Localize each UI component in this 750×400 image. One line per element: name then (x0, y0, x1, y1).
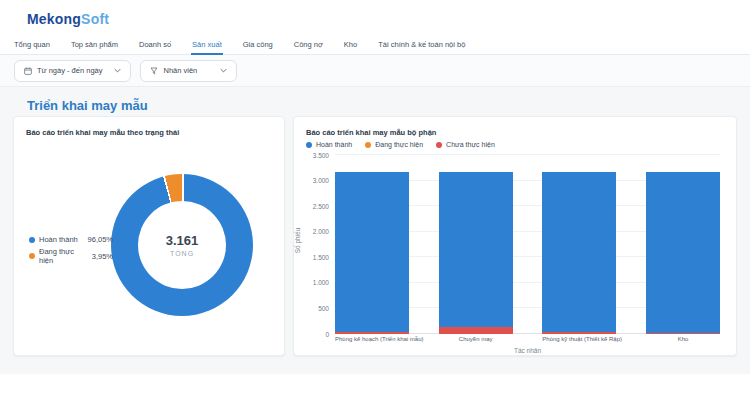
legend-item-hoan-thanh[interactable]: Hoàn thành (306, 141, 352, 148)
y-axis-tick-label: 500 (318, 305, 329, 312)
chevron-down-icon (220, 68, 227, 73)
x-axis-title: Tác nhân (335, 347, 720, 354)
bar-segment[interactable] (646, 333, 720, 334)
bar-column[interactable] (335, 155, 409, 334)
y-axis-tick-label: 2.000 (313, 228, 329, 235)
tab-san-xuat[interactable]: Sản xuất (191, 38, 223, 55)
legend-value: 3,95% (92, 252, 113, 261)
brand-primary: Mekong (27, 11, 81, 27)
donut-total-label: TỔNG (170, 250, 194, 257)
tab-tai-chinh-ke-toan[interactable]: Tài chính & kế toán nội bộ (377, 38, 466, 55)
bar-segment[interactable] (646, 172, 720, 332)
dashboard-content: Triển khai may mẫu Báo cáo triển khai ma… (0, 87, 750, 374)
x-axis-label: Phòng kỹ thuật (Thiết kế Rập) (542, 336, 616, 342)
y-axis-tick-label: 1.000 (313, 279, 329, 286)
tab-cong-no[interactable]: Công nợ (293, 38, 324, 55)
legend-item-dang-thuc-hien[interactable]: Đang thực hiện 3,95% (29, 247, 113, 265)
bar-segment[interactable] (335, 172, 409, 332)
brand-secondary: Soft (81, 11, 109, 27)
legend-label: Hoàn thành (39, 235, 78, 244)
y-axis-tick-label: 2.500 (313, 203, 329, 210)
y-axis-tick-label: 3.500 (313, 152, 329, 159)
legend-item-dang-thuc-hien[interactable]: Đang thực hiện (365, 141, 423, 148)
donut-total-value: 3.161 (166, 233, 199, 248)
status-donut-card: Báo cáo triển khai may mẫu theo trạng th… (13, 116, 285, 356)
donut-chart[interactable]: 3.161 TỔNG (111, 174, 253, 316)
bar-card-title: Báo cáo triển khai may mẫu bộ phận (294, 117, 736, 137)
donut-card-title: Báo cáo triển khai may mẫu theo trạng th… (14, 117, 284, 137)
legend-label: Chưa thực hiện (446, 141, 495, 148)
legend-label: Đang thực hiện (375, 141, 423, 148)
date-range-label: Từ ngày - đến ngày (37, 66, 102, 75)
x-axis-label: Phòng kế hoạch (Triển khai mẫu) (335, 336, 409, 342)
y-axis-tick-label: 1.500 (313, 254, 329, 261)
legend-value: 96,05% (88, 235, 113, 244)
legend-dot (29, 237, 35, 243)
legend-dot (306, 142, 312, 148)
bar-segment[interactable] (439, 327, 513, 334)
brand-logo[interactable]: MekongSoft (27, 11, 109, 27)
y-axis-tick-label: 3.000 (313, 177, 329, 184)
employee-filter-label: Nhân viên (163, 66, 197, 75)
x-axis-label: Chuyền may (439, 336, 513, 342)
bar-segment[interactable] (439, 172, 513, 327)
donut-center: 3.161 TỔNG (138, 201, 226, 289)
tab-kho[interactable]: Kho (343, 38, 358, 55)
nav-tabs: Tổng quan Top sản phẩm Doanh số Sản xuất… (0, 38, 750, 55)
bar-segment[interactable] (542, 332, 616, 334)
legend-label: Hoàn thành (316, 141, 352, 148)
bar-segment[interactable] (335, 332, 409, 334)
donut-legend: Hoàn thành 96,05% Đang thực hiện 3,95% (29, 235, 113, 268)
date-range-filter[interactable]: Từ ngày - đến ngày (14, 60, 131, 82)
legend-dot (365, 142, 371, 148)
legend-dot (29, 253, 35, 259)
tab-doanh-so[interactable]: Doanh số (138, 38, 172, 55)
bar-column[interactable] (542, 155, 616, 334)
bar-segment[interactable] (542, 172, 616, 332)
app-header: MekongSoft (0, 0, 750, 38)
legend-dot (436, 142, 442, 148)
bar-legend: Hoàn thành Đang thực hiện Chưa thực hiện (306, 141, 495, 148)
legend-item-hoan-thanh[interactable]: Hoàn thành 96,05% (29, 235, 113, 244)
funnel-icon (150, 67, 158, 75)
tab-tong-quan[interactable]: Tổng quan (13, 38, 51, 55)
bar-plot (335, 155, 720, 334)
tab-top-san-pham[interactable]: Top sản phẩm (70, 38, 119, 55)
calendar-icon (24, 67, 32, 75)
x-axis-label: Kho (646, 336, 720, 342)
x-axis: Phòng kế hoạch (Triển khai mẫu)Chuyền ma… (335, 336, 720, 342)
bar-column[interactable] (646, 155, 720, 334)
y-axis-tick-label: 0 (325, 331, 329, 338)
page-title: Triển khai may mẫu (0, 87, 750, 113)
chevron-down-icon (114, 68, 121, 73)
employee-filter[interactable]: Nhân viên (140, 60, 237, 82)
bars-row (335, 155, 720, 334)
bar-column[interactable] (439, 155, 513, 334)
tab-gia-cong[interactable]: Gia công (242, 38, 274, 55)
y-axis: 05001.0001.5002.0002.5003.0003.500 (294, 155, 329, 334)
legend-label: Đang thực hiện (39, 247, 88, 265)
filter-toolbar: Từ ngày - đến ngày Nhân viên (0, 55, 750, 87)
department-bar-card: Báo cáo triển khai may mẫu bộ phận Hoàn … (293, 116, 737, 356)
legend-item-chua-thuc-hien[interactable]: Chưa thực hiện (436, 141, 495, 148)
